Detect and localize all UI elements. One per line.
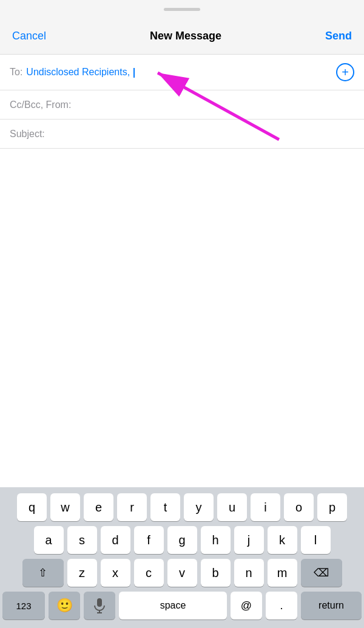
key-l[interactable]: l — [301, 526, 331, 554]
key-t[interactable]: t — [150, 493, 180, 521]
cancel-button[interactable]: Cancel — [12, 30, 46, 42]
emoji-icon: 🙂 — [56, 598, 73, 613]
key-v[interactable]: v — [167, 559, 197, 587]
key-j[interactable]: j — [234, 526, 264, 554]
return-label: return — [318, 600, 344, 611]
notch-bar — [0, 0, 364, 18]
keyboard-row-3: ⇧ z x c v b n m ⌫ — [2, 559, 362, 587]
keyboard: q w e r t y u i o p a s d f g h j k l ⇧ … — [0, 487, 364, 628]
to-label: To: — [10, 67, 22, 78]
key-e[interactable]: e — [84, 493, 113, 521]
key-o[interactable]: o — [284, 493, 314, 521]
mic-icon — [93, 598, 106, 613]
mic-key[interactable] — [84, 592, 115, 620]
key-y[interactable]: y — [184, 493, 214, 521]
key-w[interactable]: w — [50, 493, 80, 521]
key-a[interactable]: a — [34, 526, 64, 554]
keyboard-row-2: a s d f g h j k l — [2, 526, 362, 554]
key-b[interactable]: b — [201, 559, 231, 587]
notch-indicator — [164, 8, 200, 11]
email-form: To: Undisclosed Recipients, + Cc/Bcc, Fr… — [0, 55, 364, 149]
to-value[interactable]: Undisclosed Recipients, — [26, 67, 336, 78]
key-g[interactable]: g — [167, 526, 197, 554]
cc-bcc-label: Cc/Bcc, From: — [10, 100, 71, 110]
return-key[interactable]: return — [301, 592, 362, 620]
key-i[interactable]: i — [251, 493, 280, 521]
key-u[interactable]: u — [217, 493, 247, 521]
key-z[interactable]: z — [67, 559, 97, 587]
subject-label: Subject: — [10, 129, 45, 140]
period-key[interactable]: . — [266, 592, 297, 620]
key-h[interactable]: h — [201, 526, 231, 554]
key-d[interactable]: d — [101, 526, 130, 554]
key-c[interactable]: c — [134, 559, 164, 587]
at-label: @ — [241, 599, 252, 612]
cc-bcc-row[interactable]: Cc/Bcc, From: — [0, 90, 364, 120]
key-n[interactable]: n — [234, 559, 264, 587]
message-body[interactable] — [0, 149, 364, 319]
key-s[interactable]: s — [67, 526, 97, 554]
key-k[interactable]: k — [268, 526, 297, 554]
text-cursor — [133, 68, 135, 78]
keyboard-row-1: q w e r t y u i o p — [2, 493, 362, 521]
to-value-text: Undisclosed Recipients, — [26, 67, 130, 77]
numbers-key[interactable]: 123 — [2, 592, 45, 620]
to-row[interactable]: To: Undisclosed Recipients, + — [0, 55, 364, 90]
send-button[interactable]: Send — [325, 30, 352, 42]
numbers-label: 123 — [16, 601, 31, 611]
subject-row[interactable]: Subject: — [0, 120, 364, 149]
compose-header: Cancel New Message Send — [0, 18, 364, 55]
svg-rect-2 — [97, 598, 102, 607]
page-title: New Message — [150, 30, 221, 42]
space-label: space — [160, 600, 186, 611]
delete-key[interactable]: ⌫ — [301, 559, 342, 587]
key-r[interactable]: r — [117, 493, 147, 521]
period-label: . — [280, 599, 283, 612]
at-key[interactable]: @ — [231, 592, 262, 620]
shift-key[interactable]: ⇧ — [22, 559, 64, 587]
emoji-key[interactable]: 🙂 — [49, 592, 80, 620]
key-f[interactable]: f — [134, 526, 164, 554]
space-key[interactable]: space — [119, 592, 227, 620]
add-contact-button[interactable]: + — [336, 63, 354, 81]
keyboard-row-4: 123 🙂 space @ . return — [2, 592, 362, 620]
key-q[interactable]: q — [17, 493, 47, 521]
key-x[interactable]: x — [101, 559, 130, 587]
key-m[interactable]: m — [268, 559, 297, 587]
key-p[interactable]: p — [317, 493, 347, 521]
